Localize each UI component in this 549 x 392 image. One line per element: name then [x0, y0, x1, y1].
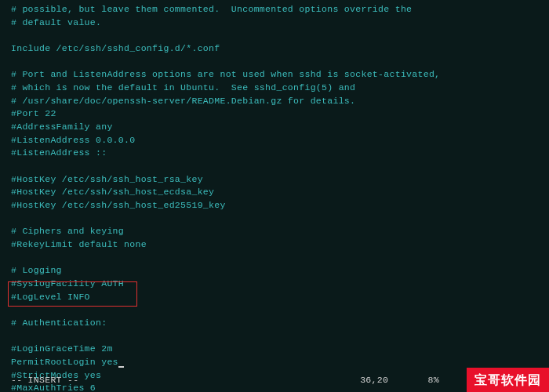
code-line: #RekeyLimit default none [11, 238, 549, 252]
code-line: #ListenAddress :: [11, 147, 549, 160]
code-line: #HostKey /etc/ssh/ssh_host_rsa_key [11, 173, 549, 187]
code-line: # default value. [11, 16, 549, 30]
cursor-position: 36,20 8% [360, 374, 439, 387]
code-line: #HostKey /etc/ssh/ssh_host_ecdsa_key [11, 186, 549, 199]
code-line: #AddressFamily any [11, 121, 549, 134]
text-editor[interactable]: # possible, but leave them commented. Un… [11, 3, 549, 392]
code-line: # which is now the default in Ubuntu. Se… [11, 82, 549, 95]
code-line: # possible, but leave them commented. Un… [11, 3, 549, 16]
code-line: # /usr/share/doc/openssh-server/README.D… [11, 95, 549, 108]
watermark-badge: 宝哥软件园 [467, 368, 549, 392]
code-line: #ListenAddress 0.0.0.0 [11, 134, 549, 147]
code-line [11, 29, 549, 42]
code-line [11, 330, 549, 343]
code-line [11, 56, 549, 69]
code-line: # Ciphers and keying [11, 225, 549, 238]
code-line: #Port 22 [11, 107, 549, 121]
code-line [11, 212, 549, 226]
code-line [11, 252, 549, 265]
code-line: #HostKey /etc/ssh/ssh_host_ed25519_key [11, 199, 549, 212]
editor-mode: -- INSERT -- [11, 374, 78, 387]
code-line: #SyslogFacility AUTH [11, 278, 549, 291]
code-line [11, 303, 549, 317]
code-line: # Logging [11, 264, 549, 278]
code-line [11, 160, 549, 173]
code-line: Include /etc/ssh/sshd_config.d/*.conf [11, 42, 549, 56]
code-line: #LoginGraceTime 2m [11, 343, 549, 356]
code-line: #LogLevel INFO [11, 291, 549, 304]
code-line: # Port and ListenAddress options are not… [11, 68, 549, 82]
code-line: # Authentication: [11, 317, 549, 330]
text-cursor [118, 366, 124, 368]
